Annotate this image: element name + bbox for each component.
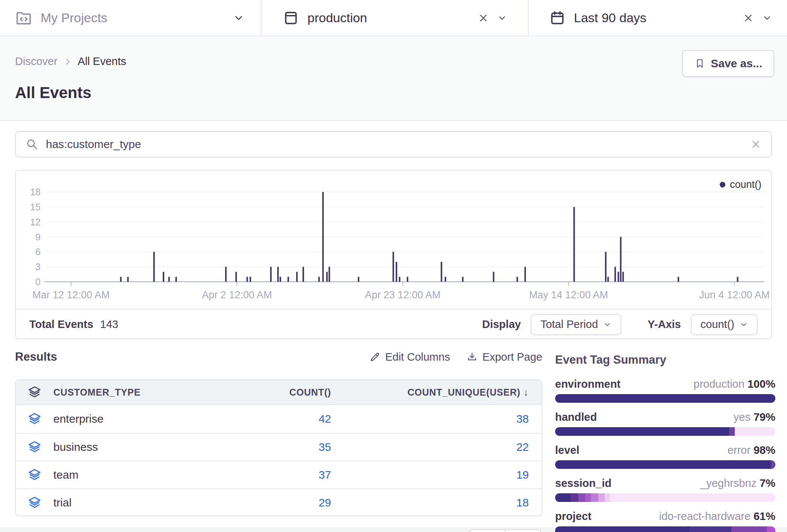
cell-count[interactable]: 29 [218, 496, 331, 509]
cell-count[interactable]: 37 [218, 469, 331, 481]
chart-bar [168, 277, 170, 282]
previous-page-button[interactable] [469, 529, 505, 532]
yaxis-dropdown-value: count() [701, 318, 734, 331]
environment-clear-icon[interactable] [478, 12, 489, 24]
sort-descending-icon: ↓ [524, 387, 529, 398]
environment-selector[interactable]: production [261, 0, 528, 36]
column-customer-type[interactable]: CUSTOMER_TYPE [53, 387, 218, 398]
chevron-right-icon [64, 57, 72, 66]
tag-bar-segment [610, 493, 775, 502]
tag-summary-entry: session_id_yeghrsbnz 7% [555, 477, 775, 502]
pencil-icon [369, 351, 381, 363]
tag-bar-segment [731, 526, 767, 532]
tag-distribution-bar[interactable] [555, 460, 775, 469]
y-tick-label: 18 [30, 187, 41, 197]
chevron-down-icon [603, 320, 611, 329]
page-title: All Events [15, 84, 91, 102]
tag-bar-segment [735, 427, 775, 436]
chart-footer: Total Events 143 Display Total Period Y-… [16, 309, 771, 339]
save-as-label: Save as... [711, 57, 762, 70]
chart-bar [328, 267, 330, 282]
cell-customer-type: business [53, 441, 218, 453]
tag-distribution-bar[interactable] [555, 493, 775, 502]
chart-bar [176, 277, 177, 282]
layers-icon [16, 496, 53, 510]
x-tick-label: Apr 2 12:00 AM [202, 289, 272, 301]
chevron-down-icon [740, 320, 748, 329]
results-table: CUSTOMER_TYPE COUNT() COUNT_UNIQUE(USER)… [15, 379, 542, 516]
export-page-button[interactable]: Export Page [466, 351, 542, 363]
tag-entries: environmentproduction 100%handledyes 79%… [555, 378, 775, 532]
tag-bar-segment [591, 493, 598, 502]
next-page-button[interactable] [505, 529, 541, 532]
cell-count[interactable]: 35 [218, 441, 331, 453]
display-label: Display [482, 318, 521, 331]
top-filter-bar: My Projects production [0, 0, 787, 36]
display-dropdown[interactable]: Total Period [531, 314, 621, 335]
y-tick-label: 0 [35, 277, 41, 287]
chart-bar [120, 277, 122, 282]
tag-name: session_id [555, 477, 611, 490]
cell-count-unique[interactable]: 38 [331, 413, 529, 425]
chart-bar [607, 277, 609, 282]
chart-bar [441, 262, 442, 282]
table-row[interactable]: enterprise4238 [16, 405, 542, 433]
legend-series-dot [720, 182, 725, 187]
chart-bar [296, 272, 298, 282]
column-count-unique[interactable]: COUNT_UNIQUE(USER)↓ [331, 387, 529, 398]
table-row[interactable]: business3522 [16, 433, 542, 461]
project-selector[interactable]: My Projects [0, 0, 261, 36]
tag-bar-segment [578, 493, 585, 502]
column-count[interactable]: COUNT() [218, 387, 331, 398]
yaxis-label: Y-Axis [648, 318, 681, 331]
x-tick-label: Apr 23 12:00 AM [365, 289, 440, 301]
date-chevron-down-icon[interactable] [762, 13, 772, 23]
tag-bar-segment [555, 394, 775, 403]
tag-top-value: production 100% [693, 378, 775, 390]
chart-bar [678, 277, 679, 282]
results-heading: Results [15, 350, 57, 364]
project-chevron-down-icon[interactable] [233, 12, 244, 24]
tag-top-value: ido-react-hardware 61% [659, 510, 776, 523]
chart-bar [516, 277, 518, 282]
event-tag-summary: Event Tag Summary environmentproduction … [555, 349, 775, 532]
tag-bar-segment [771, 460, 775, 469]
search-input[interactable]: has:customer_type [15, 131, 772, 157]
edit-columns-button[interactable]: Edit Columns [369, 351, 450, 363]
tag-distribution-bar[interactable] [555, 394, 775, 403]
y-tick-label: 12 [30, 217, 41, 227]
date-clear-icon[interactable] [743, 12, 754, 24]
tag-bar-segment [585, 493, 591, 502]
tag-bar-segment [598, 493, 605, 502]
date-range-selector[interactable]: Last 90 days [528, 0, 787, 36]
chart-bar [288, 277, 289, 282]
search-clear-icon[interactable] [750, 139, 761, 150]
page-header: Discover All Events All Events Save as..… [0, 36, 787, 121]
cell-count-unique[interactable]: 19 [331, 469, 529, 481]
tag-distribution-bar[interactable] [555, 526, 775, 532]
tag-bar-segment [555, 427, 729, 436]
environment-chevron-down-icon[interactable] [497, 13, 507, 23]
tag-distribution-bar[interactable] [555, 427, 775, 436]
date-range-label: Last 90 days [574, 11, 646, 25]
chart-bar [622, 272, 624, 282]
discover-page: My Projects production [0, 0, 787, 532]
bookmark-icon [694, 58, 705, 69]
cell-count-unique[interactable]: 22 [331, 441, 529, 453]
chart-bar [399, 277, 400, 282]
table-row[interactable]: team3719 [16, 461, 542, 488]
events-chart-card: 0369121518Mar 12 12:00 AMApr 2 12:00 AMA… [15, 170, 772, 339]
yaxis-dropdown[interactable]: count() [691, 314, 758, 335]
breadcrumb-discover-link[interactable]: Discover [15, 55, 58, 68]
cell-count-unique[interactable]: 18 [331, 496, 529, 509]
tag-top-value: _yeghrsbnz 7% [700, 477, 775, 490]
tag-percent: 61% [754, 510, 775, 522]
chart-bar [524, 267, 526, 282]
chart-legend: count() [720, 179, 761, 190]
tag-percent: 98% [754, 444, 775, 456]
save-as-button[interactable]: Save as... [682, 50, 774, 77]
cell-count[interactable]: 42 [218, 413, 331, 425]
table-row[interactable]: trial2918 [16, 488, 542, 516]
y-tick-label: 15 [30, 202, 41, 212]
tag-summary-entry: environmentproduction 100% [555, 378, 775, 403]
